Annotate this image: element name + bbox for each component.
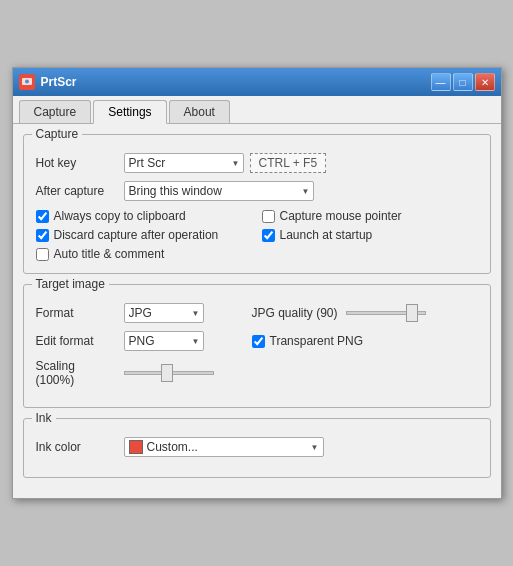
transparent-png-label: Transparent PNG	[270, 334, 364, 348]
format-label: Format	[36, 306, 116, 320]
checkbox-discard-capture-label: Discard capture after operation	[54, 228, 219, 242]
title-bar: PrtScr — □ ✕	[13, 68, 501, 96]
tab-settings[interactable]: Settings	[93, 100, 166, 124]
minimize-button[interactable]: —	[431, 73, 451, 91]
main-window: PrtScr — □ ✕ Capture Settings About Capt…	[12, 67, 502, 499]
checkbox-capture-mouse-input[interactable]	[262, 210, 275, 223]
capture-group: Capture Hot key Prt Scr F5 F6 CTRL + F5	[23, 134, 491, 274]
format-select[interactable]: JPG PNG BMP GIF	[124, 303, 204, 323]
hotkey-select-wrapper: Prt Scr F5 F6	[124, 153, 244, 173]
checkbox-copy-clipboard-label: Always copy to clipboard	[54, 209, 186, 223]
svg-point-1	[25, 80, 29, 84]
checkbox-launch-startup: Launch at startup	[262, 228, 478, 242]
hotkey-combo: Prt Scr F5 F6 CTRL + F5	[124, 153, 327, 173]
scaling-row: Scaling (100%)	[36, 359, 478, 387]
jpg-quality-slider[interactable]	[346, 311, 426, 315]
checkbox-launch-startup-label: Launch at startup	[280, 228, 373, 242]
transparent-png-input[interactable]	[252, 335, 265, 348]
target-image-group: Target image Format JPG PNG BMP GIF JPG …	[23, 284, 491, 408]
window-title: PrtScr	[41, 75, 77, 89]
format-select-wrapper: JPG PNG BMP GIF	[124, 303, 204, 323]
ink-group: Ink Ink color Custom... ▼	[23, 418, 491, 478]
edit-format-row: Edit format PNG JPG BMP Transparent PNG	[36, 331, 478, 351]
ink-color-swatch	[129, 440, 143, 454]
checkbox-discard-capture: Discard capture after operation	[36, 228, 252, 242]
edit-format-select[interactable]: PNG JPG BMP	[124, 331, 204, 351]
checkbox-auto-title-label: Auto title & comment	[54, 247, 165, 261]
tab-about[interactable]: About	[169, 100, 230, 123]
ink-group-label: Ink	[32, 411, 56, 425]
tab-capture[interactable]: Capture	[19, 100, 92, 123]
hotkey-label: Hot key	[36, 156, 116, 170]
checkbox-launch-startup-input[interactable]	[262, 229, 275, 242]
ink-color-select[interactable]: Custom... ▼	[124, 437, 324, 457]
after-capture-select-wrapper: Bring this window Do nothing Save to fil…	[124, 181, 314, 201]
edit-format-label: Edit format	[36, 334, 116, 348]
hotkey-row: Hot key Prt Scr F5 F6 CTRL + F5	[36, 153, 478, 173]
checkbox-auto-title: Auto title & comment	[36, 247, 252, 261]
jpg-quality-slider-container	[346, 311, 426, 315]
capture-checkboxes: Always copy to clipboard Capture mouse p…	[36, 209, 478, 261]
checkbox-capture-mouse-label: Capture mouse pointer	[280, 209, 402, 223]
app-icon	[19, 74, 35, 90]
ink-color-text: Custom...	[147, 440, 311, 454]
after-capture-select[interactable]: Bring this window Do nothing Save to fil…	[124, 181, 314, 201]
hotkey-alt-text: CTRL + F5	[250, 153, 327, 173]
checkbox-capture-mouse: Capture mouse pointer	[262, 209, 478, 223]
close-button[interactable]: ✕	[475, 73, 495, 91]
tab-bar: Capture Settings About	[13, 96, 501, 124]
settings-content: Capture Hot key Prt Scr F5 F6 CTRL + F5	[13, 124, 501, 498]
ink-color-row: Ink color Custom... ▼	[36, 437, 478, 457]
scaling-slider[interactable]	[124, 371, 214, 375]
after-capture-label: After capture	[36, 184, 116, 198]
after-capture-row: After capture Bring this window Do nothi…	[36, 181, 478, 201]
ink-color-label: Ink color	[36, 440, 116, 454]
checkbox-discard-capture-input[interactable]	[36, 229, 49, 242]
jpg-quality-label: JPG quality (90)	[252, 306, 338, 320]
ink-dropdown-arrow-icon: ▼	[311, 443, 319, 452]
checkbox-copy-clipboard: Always copy to clipboard	[36, 209, 252, 223]
title-bar-left: PrtScr	[19, 74, 77, 90]
transparent-png-checkbox: Transparent PNG	[252, 334, 364, 348]
hotkey-select[interactable]: Prt Scr F5 F6	[124, 153, 244, 173]
capture-group-label: Capture	[32, 127, 83, 141]
format-row: Format JPG PNG BMP GIF JPG quality (90)	[36, 303, 478, 323]
edit-format-select-wrapper: PNG JPG BMP	[124, 331, 204, 351]
maximize-button[interactable]: □	[453, 73, 473, 91]
title-controls: — □ ✕	[431, 73, 495, 91]
checkbox-copy-clipboard-input[interactable]	[36, 210, 49, 223]
checkbox-auto-title-input[interactable]	[36, 248, 49, 261]
scaling-label: Scaling (100%)	[36, 359, 116, 387]
target-image-group-label: Target image	[32, 277, 109, 291]
